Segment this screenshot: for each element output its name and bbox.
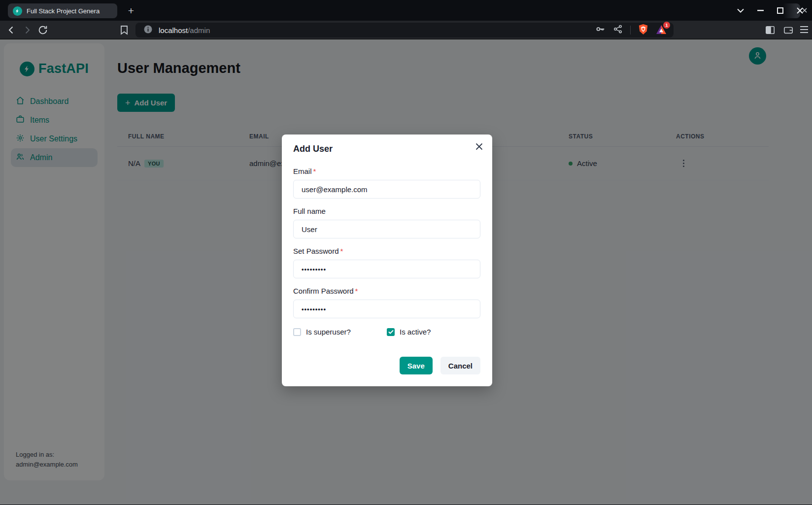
url-host: localhost <box>159 26 188 34</box>
site-info-icon[interactable] <box>144 25 152 35</box>
checkbox-checked-icon <box>387 328 395 336</box>
brave-shield-icon[interactable] <box>638 24 648 37</box>
set-password-field-group: Set Password* <box>293 247 480 278</box>
fastapi-favicon-icon <box>13 6 22 16</box>
brave-rewards-icon[interactable]: 1 <box>656 25 667 35</box>
modal-close-icon[interactable] <box>474 141 484 152</box>
full-name-field-group: Full name <box>293 207 480 238</box>
browser-tab[interactable]: Full Stack Project Genera <box>8 3 117 18</box>
window-controls <box>734 0 812 21</box>
confirm-password-field-group: Confirm Password* <box>293 287 480 318</box>
is-superuser-label: Is superuser? <box>306 328 351 336</box>
confirm-password-field[interactable] <box>293 300 480 318</box>
share-icon[interactable] <box>613 24 623 36</box>
sidebar-toggle-icon[interactable] <box>765 25 775 35</box>
is-superuser-checkbox[interactable]: Is superuser? <box>293 328 387 336</box>
set-password-field[interactable] <box>293 260 480 278</box>
set-password-label: Set Password* <box>293 247 480 255</box>
page-viewport: FastAPI Dashboard Items <box>0 39 812 505</box>
email-label: Email* <box>293 167 480 175</box>
tab-search-chevron-icon[interactable] <box>734 4 747 17</box>
url-bar[interactable]: localhost/admin 1 <box>135 23 674 37</box>
minimize-button[interactable] <box>754 4 767 17</box>
rewards-notification-badge: 1 <box>663 22 670 29</box>
modal-buttons: Save Cancel <box>293 357 480 374</box>
checkbox-unchecked-icon <box>293 328 301 336</box>
cancel-button[interactable]: Cancel <box>440 357 480 374</box>
add-user-form: Email* Full name Set Password* Confirm P… <box>293 167 480 374</box>
full-name-label: Full name <box>293 207 480 215</box>
confirm-password-label: Confirm Password* <box>293 287 480 295</box>
url-bar-actions: 1 <box>595 24 667 37</box>
is-active-checkbox[interactable]: Is active? <box>387 328 480 336</box>
maximize-button[interactable] <box>774 4 786 17</box>
toolbar-divider <box>630 26 631 34</box>
close-window-button[interactable] <box>793 4 806 17</box>
checkbox-row: Is superuser? Is active? <box>293 328 480 336</box>
browser-toolbar: localhost/admin 1 <box>0 21 812 39</box>
saved-password-key-icon[interactable] <box>595 24 606 36</box>
required-marker: * <box>355 287 358 295</box>
email-field[interactable] <box>293 180 480 199</box>
required-marker: * <box>313 167 316 175</box>
wallet-icon[interactable] <box>783 25 793 35</box>
modal-title: Add User <box>293 144 480 154</box>
save-button[interactable]: Save <box>400 357 433 374</box>
required-marker: * <box>340 247 343 255</box>
back-button[interactable] <box>6 25 17 35</box>
new-tab-button[interactable]: + <box>124 4 138 18</box>
email-field-group: Email* <box>293 167 480 199</box>
full-name-field[interactable] <box>293 220 480 238</box>
reload-button[interactable] <box>37 25 48 35</box>
forward-button[interactable] <box>22 25 33 35</box>
bookmark-icon[interactable] <box>120 25 130 35</box>
url-text: localhost/admin <box>159 26 210 34</box>
tab-title: Full Stack Project Genera <box>27 7 113 15</box>
browser-window: Full Stack Project Genera + <box>0 0 812 505</box>
browser-titlebar: Full Stack Project Genera + <box>0 0 812 21</box>
menu-icon[interactable] <box>799 25 809 35</box>
is-active-label: Is active? <box>400 328 431 336</box>
url-path: /admin <box>188 26 210 34</box>
add-user-modal: Add User Email* Full name Set Password* <box>282 135 492 386</box>
